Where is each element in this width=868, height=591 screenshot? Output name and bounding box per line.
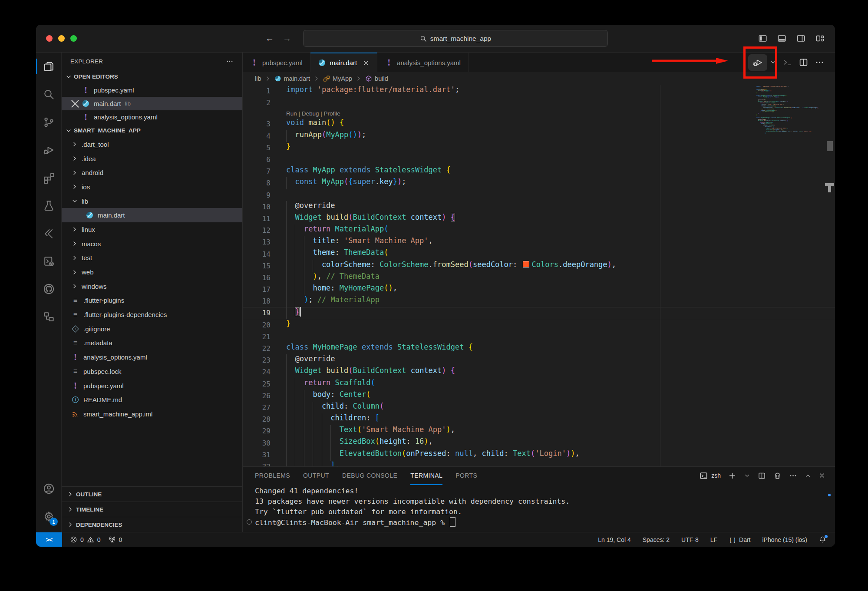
terminal-output[interactable]: Changed 41 dependencies!13 packages have… <box>243 484 835 528</box>
close-panel-icon[interactable] <box>818 472 825 479</box>
status-language-mode[interactable]: { }Dart <box>729 536 750 543</box>
tree-item-pubspec.lock[interactable]: ≡pubspec.lock <box>62 364 242 379</box>
tree-item-pubspec.yaml[interactable]: !pubspec.yaml <box>62 379 242 393</box>
tree-item-test[interactable]: test <box>62 251 242 265</box>
sidebar-section-timeline[interactable]: TIMELINE <box>62 502 242 517</box>
minimap[interactable]: import 'package:flutter/material.dart';v… <box>756 86 823 134</box>
panel-tab-debug-console[interactable]: DEBUG CONSOLE <box>342 467 397 485</box>
code-line-20[interactable]: 20} <box>243 319 835 331</box>
tree-item-.flutter-plugins[interactable]: ≡.flutter-plugins <box>62 294 242 308</box>
tree-item-.idea[interactable]: .idea <box>62 152 242 166</box>
code-line-29[interactable]: 29Text('Smart Machine App'), <box>243 425 835 437</box>
activity-item-source-control[interactable] <box>36 108 61 136</box>
back-icon[interactable]: ← <box>265 33 274 43</box>
tab-analysis_options.yaml[interactable]: !analysis_options.yaml <box>377 53 469 72</box>
run-options-chevron-icon[interactable] <box>770 59 776 66</box>
code-line-27[interactable]: 27child: Column( <box>243 402 835 413</box>
code-line-28[interactable]: 28children: [ <box>243 413 835 425</box>
tree-item-linux[interactable]: linux <box>62 222 242 237</box>
sidebar-more-actions-icon[interactable] <box>226 57 234 65</box>
split-editor-icon[interactable] <box>799 57 809 67</box>
code-line-25[interactable]: 25return Scaffold( <box>243 378 835 390</box>
activity-item-testing[interactable] <box>36 191 61 219</box>
code-line-7[interactable]: 7class MyApp extends StatelessWidget { <box>243 165 835 177</box>
color-swatch[interactable] <box>801 107 802 108</box>
sidebar-section-dependencies[interactable]: DEPENDENCIES <box>62 517 242 532</box>
panel-tab-terminal[interactable]: TERMINAL <box>410 467 442 485</box>
command-center-search[interactable]: smart_machine_app <box>303 30 608 47</box>
activity-item-run-debug[interactable] <box>36 136 61 164</box>
code-line-4[interactable]: 4runApp(MyApp()); <box>243 130 835 142</box>
tree-item-.flutter-plugins-dependencies[interactable]: ≡.flutter-plugins-dependencies <box>62 307 242 322</box>
tree-item-analysis_options.yaml[interactable]: !analysis_options.yaml <box>62 350 242 364</box>
sidebar-section-outline[interactable]: OUTLINE <box>62 486 242 502</box>
layout-panel-icon[interactable] <box>777 34 786 43</box>
code-line-30[interactable]: 30SizedBox(height: 16), <box>243 437 835 449</box>
activity-item-search[interactable] <box>36 80 61 108</box>
forward-icon[interactable]: → <box>283 33 291 43</box>
terminal-profile-chevron-icon[interactable] <box>744 472 750 479</box>
problems-status[interactable]: 0 0 <box>70 536 101 543</box>
code-line-17[interactable]: 17home: MyHomePage(), <box>243 284 835 295</box>
split-terminal-icon[interactable] <box>758 472 766 480</box>
command-decoration-icon[interactable] <box>247 519 252 525</box>
tree-item-web[interactable]: web <box>62 265 242 279</box>
code-line-10[interactable]: 10@override <box>243 201 835 213</box>
activity-item-project-manager[interactable] <box>36 303 61 330</box>
tree-item-.gitignore[interactable]: .gitignore <box>62 322 242 336</box>
breadcrumb-item[interactable]: main.dart <box>274 75 310 82</box>
code-editor[interactable]: 1import 'package:flutter/material.dart';… <box>243 85 835 466</box>
code-line-14[interactable]: 14theme: ThemeData( <box>243 248 835 260</box>
ports-status[interactable]: 0 <box>109 536 122 543</box>
activity-item-flutter[interactable] <box>36 219 61 247</box>
status-encoding[interactable]: UTF-8 <box>681 536 699 543</box>
code-line-23[interactable]: 23@override <box>243 354 835 366</box>
code-line-21[interactable]: 21 <box>243 331 835 343</box>
panel-tab-problems[interactable]: PROBLEMS <box>255 467 290 485</box>
run-or-debug-button[interactable] <box>748 54 767 71</box>
layout-sidebar-left-icon[interactable] <box>758 34 767 43</box>
code-line-31[interactable]: 31ElevatedButton(onPressed: null, child:… <box>243 449 835 461</box>
tree-item-.dart_tool[interactable]: .dart_tool <box>62 137 242 152</box>
status-eol[interactable]: LF <box>710 536 717 543</box>
kill-terminal-icon[interactable] <box>773 472 782 480</box>
activity-item-explorer[interactable] <box>36 53 61 80</box>
project-section-header[interactable]: SMART_MACHINE_APP <box>62 124 242 137</box>
code-line-12[interactable]: 12return MaterialApp( <box>243 225 835 236</box>
color-swatch[interactable] <box>523 261 529 267</box>
more-actions-icon[interactable] <box>815 57 825 67</box>
tab-main.dart[interactable]: main.dart <box>310 53 378 72</box>
open-editors-header[interactable]: OPEN EDITORS <box>62 70 242 83</box>
run-in-terminal-icon[interactable] <box>782 57 792 67</box>
code-line-9[interactable]: 9 <box>243 189 835 201</box>
code-line-1[interactable]: 1import 'package:flutter/material.dart'; <box>243 85 835 97</box>
activity-item-extensions[interactable] <box>36 164 61 191</box>
tree-item-windows[interactable]: windows <box>62 279 242 294</box>
remote-indicator[interactable]: >< <box>36 532 62 547</box>
close-window-button[interactable] <box>46 35 53 42</box>
activity-item-github[interactable] <box>36 275 61 303</box>
close-tab-icon[interactable] <box>363 59 370 66</box>
activity-item-devtools[interactable] <box>36 247 61 275</box>
code-line-22[interactable]: 22class MyHomePage extends StatelessWidg… <box>243 343 835 354</box>
tree-item-ios[interactable]: ios <box>62 180 242 194</box>
open-editor-item[interactable]: !analysis_options.yaml <box>62 110 242 124</box>
tree-item-.metadata[interactable]: ≡.metadata <box>62 336 242 350</box>
open-editor-item[interactable]: main.dartlib <box>62 97 242 110</box>
panel-tab-output[interactable]: OUTPUT <box>303 467 329 485</box>
layout-customize-icon[interactable] <box>815 34 825 43</box>
tree-item-android[interactable]: android <box>62 165 242 180</box>
code-line-6[interactable]: 6 <box>243 154 835 165</box>
editor-scrollbar[interactable] <box>827 141 833 151</box>
code-line-8[interactable]: 8const MyApp({super.key}); <box>243 177 835 189</box>
tree-item-lib[interactable]: lib <box>62 194 242 208</box>
tree-item-main.dart[interactable]: main.dart <box>62 208 242 222</box>
breadcrumb-item[interactable]: lib <box>255 75 261 82</box>
code-line-15[interactable]: 15colorScheme: ColorScheme.fromSeed(seed… <box>243 260 835 272</box>
tree-item-smart_machine_app.iml[interactable]: smart_machine_app.iml <box>62 407 242 421</box>
minimize-window-button[interactable] <box>58 35 65 42</box>
activity-item-settings[interactable]: 1 <box>36 502 61 530</box>
breadcrumb-item[interactable]: build <box>365 75 388 82</box>
activity-item-accounts[interactable] <box>36 475 61 502</box>
code-line-11[interactable]: 11Widget build(BuildContext context) { <box>243 213 835 225</box>
